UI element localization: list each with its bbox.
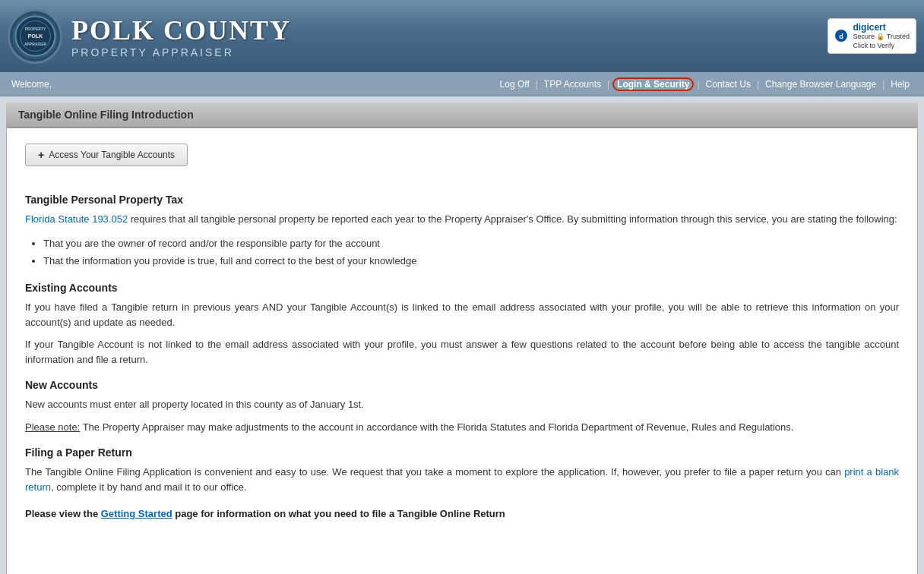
page-title: Tangible Online Filing Introduction [18, 109, 194, 121]
digicert-secure-text: Secure 🔒 Trusted Click to Verify [853, 33, 910, 50]
separator-4: | [757, 79, 759, 90]
county-subtitle: PROPERTY APPRAISER [71, 46, 291, 58]
statute-link[interactable]: Florida Statute 193.052 [25, 213, 128, 225]
existing-accounts-heading: Existing Accounts [25, 282, 899, 294]
separator-5: | [882, 79, 884, 90]
existing-para-1: If you have filed a Tangible return in p… [25, 300, 899, 330]
separator-1: | [536, 79, 538, 90]
filing-heading: Filing a Paper Return [25, 446, 899, 459]
county-name: POLK COUNTY [71, 14, 291, 46]
tpt-heading: Tangible Personal Property Tax [25, 194, 899, 206]
help-link[interactable]: Help [888, 79, 913, 90]
statement-list: That you are the owner of record and/or … [43, 235, 899, 270]
final-bold-before: Please view the [25, 508, 101, 519]
statute-text: requires that all tangible personal prop… [128, 213, 897, 225]
change-language-link[interactable]: Change Browser Language [762, 79, 879, 90]
digicert-text-block: digicert Secure 🔒 Trusted Click to Verif… [853, 22, 910, 50]
svg-text:APPRAISER: APPRAISER [24, 42, 46, 46]
separator-2: | [607, 79, 609, 90]
svg-text:PROPERTY: PROPERTY [24, 27, 46, 31]
please-note-paragraph: Please note: The Property Appraiser may … [25, 420, 899, 435]
please-note-text: The Property Appraiser may make adjustme… [80, 421, 793, 433]
final-bold-after: page for information on what you need to… [172, 508, 505, 519]
page-header: PROPERTY POLK APPRAISER POLK COUNTY PROP… [0, 0, 924, 72]
final-note-paragraph: Please view the Getting Started page for… [25, 506, 899, 522]
separator-3: | [697, 79, 699, 90]
page-title-bar: Tangible Online Filing Introduction [6, 102, 918, 128]
digicert-brand: digicert [853, 22, 910, 33]
header-branding: PROPERTY POLK APPRAISER POLK COUNTY PROP… [8, 9, 291, 64]
svg-text:d: d [840, 33, 844, 40]
plus-icon: + [38, 149, 44, 161]
logo-inner: PROPERTY POLK APPRAISER [12, 14, 58, 59]
top-navigation: Welcome, Log Off | TPP Accounts | Login … [0, 72, 924, 96]
welcome-text: Welcome, [11, 79, 52, 90]
new-accounts-heading: New Accounts [25, 379, 899, 391]
access-button-label: Access Your Tangible Accounts [49, 150, 175, 160]
access-tangible-button[interactable]: + Access Your Tangible Accounts [25, 144, 188, 166]
new-accounts-para: New accounts must enter all property loc… [25, 397, 899, 412]
filing-paragraph: The Tangible Online Filing Application i… [25, 465, 899, 494]
digicert-badge[interactable]: d digicert Secure 🔒 Trusted Click to Ver… [827, 18, 916, 54]
filing-para-after: , complete it by hand and mail it to our… [51, 481, 247, 493]
bullet-item-1: That you are the owner of record and/or … [43, 235, 899, 252]
contact-us-link[interactable]: Contact Us [703, 79, 754, 90]
svg-text:POLK: POLK [27, 33, 42, 39]
digicert-logo: d [834, 29, 848, 44]
log-off-link[interactable]: Log Off [497, 79, 533, 90]
header-title-block: POLK COUNTY PROPERTY APPRAISER [71, 14, 291, 58]
statute-paragraph: Florida Statute 193.052 requires that al… [25, 212, 899, 227]
tpp-accounts-link[interactable]: TPP Accounts [541, 79, 604, 90]
main-content: + Access Your Tangible Accounts Tangible… [6, 128, 918, 574]
getting-started-link[interactable]: Getting Started [101, 508, 172, 519]
please-note-label: Please note: [25, 421, 80, 433]
login-security-link[interactable]: Login & Security [612, 77, 694, 91]
existing-para-2: If your Tangible Account is not linked t… [25, 337, 899, 367]
logo-circle: PROPERTY POLK APPRAISER [8, 9, 62, 64]
filing-para-before: The Tangible Online Filing Application i… [25, 466, 844, 478]
bullet-item-2: That the information you provide is true… [43, 252, 899, 270]
